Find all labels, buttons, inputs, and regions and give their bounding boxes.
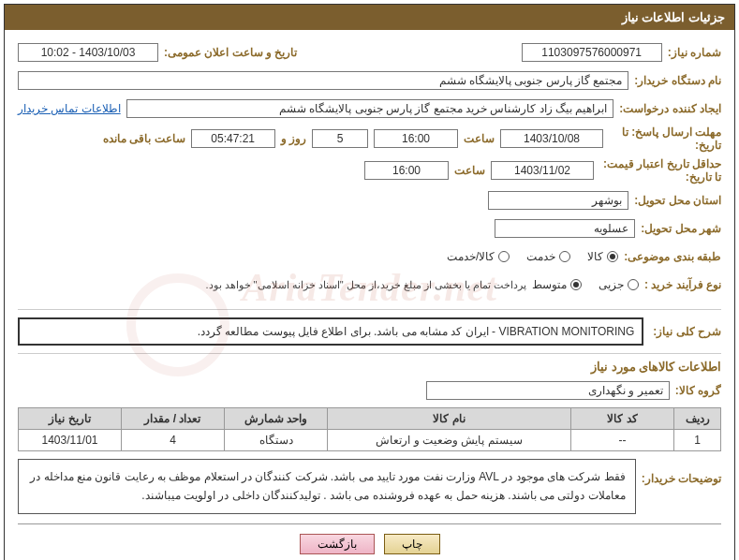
delivery-province-label: استان محل تحویل: (634, 194, 721, 207)
goods-group-label: گروه کالا: (675, 384, 721, 397)
deadline-date-value: 1403/10/08 (500, 129, 603, 148)
cell-row-no: 1 (674, 430, 721, 451)
th-row-no: ردیف (674, 408, 721, 430)
category-radio-both[interactable] (498, 251, 510, 262)
cell-need-date: 1403/11/01 (19, 430, 122, 451)
process-note: پرداخت تمام یا بخشی از مبلغ خرید،از محل … (205, 279, 526, 291)
deadline-hour-label: ساعت (464, 132, 495, 145)
details-panel: جزئیات اطلاعات نیاز AriaTender.net شماره… (4, 4, 735, 560)
table-header-row: ردیف کد کالا نام کالا واحد شمارش تعداد /… (19, 408, 721, 430)
process-type-label: نوع فرآیند خرید : (644, 278, 721, 291)
cell-qty: 4 (122, 430, 225, 451)
time-remaining-value: 05:47:21 (191, 129, 275, 148)
th-qty: تعداد / مقدار (122, 408, 225, 430)
validity-hour-label: ساعت (454, 164, 485, 177)
days-and-label: روز و (281, 132, 306, 145)
announce-datetime-value: 1403/10/03 - 10:02 (18, 43, 158, 62)
buyer-org-label: نام دستگاه خریدار: (634, 74, 721, 87)
delivery-province-value: بوشهر (488, 191, 628, 210)
validity-time-value: 16:00 (364, 161, 449, 180)
category-option-both: کالا/خدمت (447, 250, 495, 263)
cell-unit: دستگاه (225, 430, 328, 451)
buyer-notes-label: توضیحات خریدار: (642, 459, 721, 485)
price-validity-label: حداقل تاریخ اعتبار قیمت: تا تاریخ: (599, 157, 721, 184)
need-number-label: شماره نیاز: (668, 46, 721, 59)
delivery-city-label: شهر محل تحویل: (641, 222, 721, 235)
category-label: طبقه بندی موضوعی: (624, 250, 721, 263)
announce-datetime-label: تاریخ و ساعت اعلان عمومی: (164, 46, 297, 59)
remaining-label: ساعت باقی مانده (103, 132, 185, 145)
goods-section-title: اطلاعات کالاهای مورد نیاز (18, 353, 721, 374)
general-desc-value: VIBRATION MONITORING - ایران کد مشابه می… (18, 317, 643, 346)
category-radio-service[interactable] (559, 251, 570, 262)
general-desc-label: شرح کلی نیاز: (653, 325, 721, 338)
category-radio-group: کالا خدمت کالا/خدمت (447, 250, 618, 263)
category-radio-goods[interactable] (607, 251, 618, 262)
need-number-value: 1103097576000971 (522, 43, 662, 62)
buyer-notes-value: فقط شرکت های موجود در AVL وزارت نفت مورد… (18, 459, 636, 514)
days-remaining-value: 5 (312, 129, 368, 148)
requester-value: ابراهیم بیگ زاد کارشناس خرید مجتمع گاز پ… (126, 99, 614, 118)
buyer-contact-link[interactable]: اطلاعات تماس خریدار (18, 102, 121, 115)
print-button[interactable]: چاپ (384, 534, 440, 554)
process-radio-small[interactable] (628, 279, 639, 290)
process-option-medium: متوسط (532, 278, 567, 291)
category-option-service: خدمت (526, 250, 555, 263)
process-radio-medium[interactable] (570, 279, 582, 290)
cell-item-code: -- (571, 430, 674, 451)
category-option-goods: کالا (587, 250, 603, 263)
th-item-name: نام کالا (328, 408, 571, 430)
process-radio-group: جزیی متوسط (532, 278, 639, 291)
th-unit: واحد شمارش (225, 408, 328, 430)
response-deadline-label: مهلت ارسال پاسخ: تا تاریخ: (609, 125, 721, 152)
buyer-org-value: مجتمع گاز پارس جنوبی پالایشگاه ششم (18, 71, 628, 90)
delivery-city-value: عسلویه (495, 219, 635, 238)
goods-table: ردیف کد کالا نام کالا واحد شمارش تعداد /… (18, 407, 721, 451)
table-row: 1 -- سیستم پایش وضعیت و ارتعاش دستگاه 4 … (19, 430, 721, 451)
process-option-small: جزیی (599, 278, 624, 291)
cell-item-name: سیستم پایش وضعیت و ارتعاش (328, 430, 571, 451)
deadline-time-value: 16:00 (374, 129, 458, 148)
goods-group-value: تعمیر و نگهداری (426, 381, 670, 400)
requester-label: ایجاد کننده درخواست: (619, 102, 721, 115)
th-item-code: کد کالا (571, 408, 674, 430)
th-need-date: تاریخ نیاز (19, 408, 122, 430)
back-button[interactable]: بازگشت (300, 534, 375, 554)
panel-content: AriaTender.net شماره نیاز: 1103097576000… (5, 30, 734, 560)
validity-date-value: 1403/11/02 (491, 161, 594, 180)
button-bar: چاپ بازگشت (18, 523, 721, 558)
panel-title: جزئیات اطلاعات نیاز (5, 5, 734, 30)
